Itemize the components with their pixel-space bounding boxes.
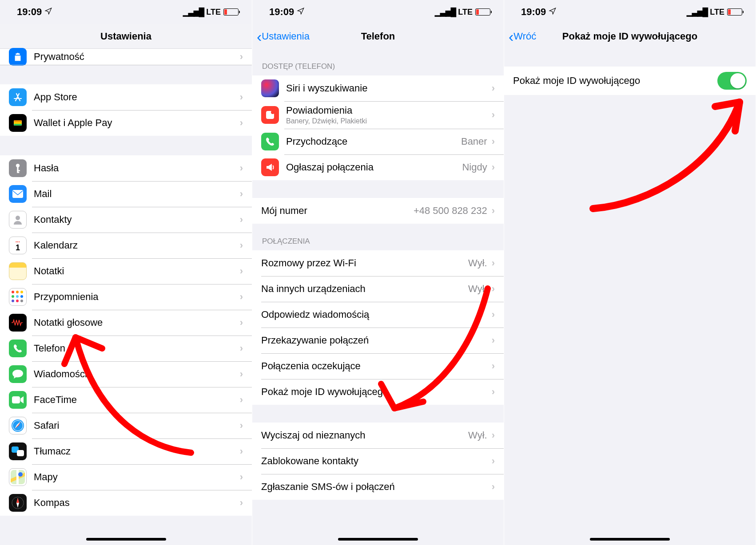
row-label: Wiadomości <box>34 368 240 380</box>
row-label: Tłumacz <box>34 446 240 457</box>
chevron-right-icon: › <box>492 205 495 217</box>
chevron-right-icon: › <box>492 481 495 493</box>
settings-row-compass[interactable]: Kompas › <box>0 490 252 516</box>
row-label: Przypomnienia <box>34 291 240 303</box>
settings-row-privacy[interactable]: Prywatność › <box>0 49 252 65</box>
section-header-access: DOSTĘP (TELEFON) <box>252 49 504 75</box>
row-respond-text[interactable]: Odpowiedz wiadomością › <box>252 302 504 328</box>
back-label: Ustawienia <box>262 31 310 42</box>
home-indicator[interactable] <box>86 538 166 541</box>
chevron-right-icon: › <box>240 497 243 509</box>
settings-row-calendar[interactable]: •••1 Kalendarz › <box>0 233 252 258</box>
chevron-right-icon: › <box>492 309 495 320</box>
mail-icon <box>9 185 27 203</box>
app-store-icon <box>9 88 27 106</box>
chevron-right-icon: › <box>240 51 243 63</box>
settings-row-messages[interactable]: Wiadomości › <box>0 361 252 387</box>
group-gap <box>0 65 252 84</box>
settings-row-facetime[interactable]: FaceTime › <box>0 387 252 413</box>
row-label: Odpowiedz wiadomością <box>261 309 492 320</box>
row-label: Siri i wyszukiwanie <box>286 83 492 94</box>
home-indicator[interactable] <box>338 538 418 541</box>
settings-row-notes[interactable]: Notatki › <box>0 258 252 284</box>
row-siri[interactable]: Siri i wyszukiwanie › <box>252 75 504 101</box>
settings-row-passwords[interactable]: Hasła › <box>0 155 252 181</box>
back-label: Wróć <box>513 31 536 42</box>
row-label: Przychodzące <box>286 136 461 147</box>
row-wifi-calling[interactable]: Rozmowy przez Wi-Fi Wył. › <box>252 250 504 276</box>
row-value: Nigdy <box>462 162 487 173</box>
network-label: LTE <box>206 8 221 17</box>
caller-id-group: Pokaż moje ID wywołującego <box>504 67 756 95</box>
chevron-right-icon: › <box>240 117 243 129</box>
settings-row-translate[interactable]: Tłumacz › <box>0 438 252 464</box>
chevron-right-icon: › <box>492 109 495 121</box>
row-value: Wył. <box>468 257 487 269</box>
chevron-right-icon: › <box>492 430 495 441</box>
row-label: Wallet i Apple Pay <box>34 117 240 129</box>
messages-icon <box>9 365 27 383</box>
row-call-forwarding[interactable]: Przekazywanie połączeń › <box>252 328 504 353</box>
settings-row-maps[interactable]: Mapy › <box>0 464 252 490</box>
settings-row-appstore[interactable]: App Store › <box>0 84 252 110</box>
row-silence-unknown[interactable]: Wyciszaj od nieznanych Wył. › <box>252 423 504 448</box>
svg-rect-8 <box>12 190 23 198</box>
contacts-icon <box>9 211 27 229</box>
row-label: Połączenia oczekujące <box>261 360 492 372</box>
signal-icon: ▁▃▅█ <box>183 7 204 17</box>
settings-row-reminders[interactable]: Przypomnienia › <box>0 284 252 310</box>
row-label: Ogłaszaj połączenia <box>286 162 462 173</box>
chevron-right-icon: › <box>492 83 495 94</box>
row-other-devices[interactable]: Na innych urządzeniach Wył. › <box>252 276 504 302</box>
status-right: ▁▃▅█ LTE <box>183 7 239 17</box>
home-indicator[interactable] <box>590 538 670 541</box>
facetime-icon <box>9 391 27 409</box>
settings-row-phone[interactable]: Telefon › <box>0 336 252 361</box>
status-time: 19:09 <box>17 6 42 18</box>
row-show-caller-id[interactable]: Pokaż moje ID wywołującego › <box>252 379 504 405</box>
chevron-right-icon: › <box>240 291 243 303</box>
row-call-waiting[interactable]: Połączenia oczekujące › <box>252 353 504 379</box>
row-label: Kompas <box>34 497 240 509</box>
row-sms-reporting[interactable]: Zgłaszanie SMS-ów i połączeń › <box>252 474 504 500</box>
row-label: Zablokowane kontakty <box>261 455 492 467</box>
row-value: Wył. <box>468 430 487 441</box>
row-label: Notatki <box>34 265 240 277</box>
row-blocked-contacts[interactable]: Zablokowane kontakty › <box>252 448 504 474</box>
row-label: Wyciszaj od nieznanych <box>261 430 468 441</box>
chevron-right-icon: › <box>492 162 495 173</box>
row-label: Mapy <box>34 471 240 483</box>
settings-row-safari[interactable]: Safari › <box>0 413 252 438</box>
row-sublabel: Banery, Dźwięki, Plakietki <box>286 117 492 125</box>
status-left: 19:09 <box>521 6 557 18</box>
network-label: LTE <box>710 8 724 17</box>
group-gap <box>252 405 504 423</box>
row-label: Zgłaszanie SMS-ów i połączeń <box>261 481 492 493</box>
row-incoming[interactable]: Przychodzące Baner › <box>252 129 504 154</box>
row-announce[interactable]: Ogłaszaj połączenia Nigdy › <box>252 154 504 180</box>
my-number-group: Mój numer +48 500 828 232 › <box>252 198 504 224</box>
settings-row-mail[interactable]: Mail › <box>0 181 252 207</box>
annotation-arrow <box>584 84 753 217</box>
back-button[interactable]: ‹ Wróć <box>509 24 536 49</box>
screen-phone-settings: 19:09 ▁▃▅█ LTE ‹ Ustawienia Telefon DOST… <box>252 0 504 545</box>
chevron-right-icon: › <box>240 214 243 225</box>
svg-rect-2 <box>14 122 22 124</box>
row-label: Mail <box>34 188 240 200</box>
toggle-switch[interactable] <box>717 72 747 90</box>
network-label: LTE <box>458 8 473 17</box>
tail-group: Wyciszaj od nieznanych Wył. › Zablokowan… <box>252 423 504 500</box>
settings-row-wallet[interactable]: Wallet i Apple Pay › <box>0 110 252 136</box>
row-notifications[interactable]: Powiadomienia Banery, Dźwięki, Plakietki… <box>252 101 504 129</box>
row-my-number[interactable]: Mój numer +48 500 828 232 › <box>252 198 504 224</box>
status-time: 19:09 <box>269 6 294 18</box>
row-label: Pokaż moje ID wywołującego <box>513 75 717 87</box>
back-button[interactable]: ‹ Ustawienia <box>257 24 310 49</box>
chevron-right-icon: › <box>492 386 495 398</box>
chevron-left-icon: ‹ <box>257 29 262 44</box>
settings-row-contacts[interactable]: Kontakty › <box>0 207 252 233</box>
nav-bar: Ustawienia <box>0 24 252 49</box>
settings-row-voicememos[interactable]: Notatki głosowe › <box>0 310 252 336</box>
row-caller-id-toggle[interactable]: Pokaż moje ID wywołującego <box>504 67 756 95</box>
chevron-right-icon: › <box>240 446 243 457</box>
